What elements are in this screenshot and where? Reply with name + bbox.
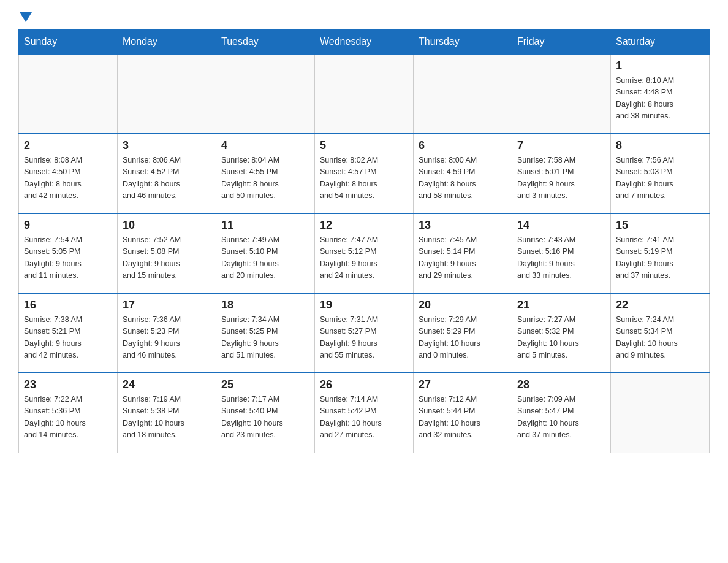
day-info: Sunrise: 7:19 AM Sunset: 5:38 PM Dayligh… xyxy=(123,394,211,442)
weekday-header-friday: Friday xyxy=(512,30,611,55)
calendar-cell xyxy=(216,54,315,134)
calendar-cell: 27Sunrise: 7:12 AM Sunset: 5:44 PM Dayli… xyxy=(414,373,512,453)
day-info: Sunrise: 7:56 AM Sunset: 5:03 PM Dayligh… xyxy=(616,155,704,202)
calendar-cell: 2Sunrise: 8:08 AM Sunset: 4:50 PM Daylig… xyxy=(19,134,118,213)
calendar-cell: 23Sunrise: 7:22 AM Sunset: 5:36 PM Dayli… xyxy=(19,373,118,453)
day-number: 10 xyxy=(123,219,211,232)
calendar-body: 1Sunrise: 8:10 AM Sunset: 4:48 PM Daylig… xyxy=(19,54,710,453)
day-info: Sunrise: 8:00 AM Sunset: 4:59 PM Dayligh… xyxy=(419,155,507,202)
calendar-table: SundayMondayTuesdayWednesdayThursdayFrid… xyxy=(18,29,710,453)
day-info: Sunrise: 7:45 AM Sunset: 5:14 PM Dayligh… xyxy=(419,234,507,282)
calendar-cell: 19Sunrise: 7:31 AM Sunset: 5:27 PM Dayli… xyxy=(315,293,414,373)
weekday-header-tuesday: Tuesday xyxy=(216,30,315,55)
calendar-cell xyxy=(315,54,414,134)
calendar-cell: 25Sunrise: 7:17 AM Sunset: 5:40 PM Dayli… xyxy=(216,373,315,453)
day-info: Sunrise: 7:24 AM Sunset: 5:34 PM Dayligh… xyxy=(616,314,704,362)
weekday-header-thursday: Thursday xyxy=(414,30,512,55)
day-info: Sunrise: 7:58 AM Sunset: 5:01 PM Dayligh… xyxy=(517,155,605,202)
day-info: Sunrise: 7:09 AM Sunset: 5:47 PM Dayligh… xyxy=(517,394,605,442)
calendar-cell: 28Sunrise: 7:09 AM Sunset: 5:47 PM Dayli… xyxy=(512,373,611,453)
day-number: 15 xyxy=(616,219,704,232)
calendar-cell: 14Sunrise: 7:43 AM Sunset: 5:16 PM Dayli… xyxy=(512,213,611,293)
day-number: 13 xyxy=(419,219,507,232)
calendar-cell: 9Sunrise: 7:54 AM Sunset: 5:05 PM Daylig… xyxy=(19,213,118,293)
calendar-cell: 22Sunrise: 7:24 AM Sunset: 5:34 PM Dayli… xyxy=(611,293,710,373)
day-number: 2 xyxy=(24,139,112,152)
calendar-week-5: 23Sunrise: 7:22 AM Sunset: 5:36 PM Dayli… xyxy=(19,373,710,453)
calendar-cell xyxy=(512,54,611,134)
logo xyxy=(18,12,33,23)
calendar-week-1: 1Sunrise: 8:10 AM Sunset: 4:48 PM Daylig… xyxy=(19,54,710,134)
day-info: Sunrise: 7:12 AM Sunset: 5:44 PM Dayligh… xyxy=(419,394,507,442)
day-info: Sunrise: 7:54 AM Sunset: 5:05 PM Dayligh… xyxy=(24,234,112,282)
day-number: 3 xyxy=(123,139,211,152)
calendar-cell: 10Sunrise: 7:52 AM Sunset: 5:08 PM Dayli… xyxy=(118,213,216,293)
calendar-cell: 7Sunrise: 7:58 AM Sunset: 5:01 PM Daylig… xyxy=(512,134,611,213)
calendar-cell: 17Sunrise: 7:36 AM Sunset: 5:23 PM Dayli… xyxy=(118,293,216,373)
weekday-header-saturday: Saturday xyxy=(611,30,710,55)
day-number: 6 xyxy=(419,139,507,152)
calendar-cell: 3Sunrise: 8:06 AM Sunset: 4:52 PM Daylig… xyxy=(118,134,216,213)
day-number: 8 xyxy=(616,139,704,152)
weekday-header-row: SundayMondayTuesdayWednesdayThursdayFrid… xyxy=(19,30,710,55)
day-info: Sunrise: 7:49 AM Sunset: 5:10 PM Dayligh… xyxy=(221,234,309,282)
day-info: Sunrise: 7:38 AM Sunset: 5:21 PM Dayligh… xyxy=(24,314,112,362)
calendar-cell: 12Sunrise: 7:47 AM Sunset: 5:12 PM Dayli… xyxy=(315,213,414,293)
calendar-cell: 5Sunrise: 8:02 AM Sunset: 4:57 PM Daylig… xyxy=(315,134,414,213)
day-number: 28 xyxy=(517,378,605,391)
day-number: 26 xyxy=(320,378,408,391)
calendar-cell: 4Sunrise: 8:04 AM Sunset: 4:55 PM Daylig… xyxy=(216,134,315,213)
day-number: 21 xyxy=(517,299,605,312)
calendar-cell: 21Sunrise: 7:27 AM Sunset: 5:32 PM Dayli… xyxy=(512,293,611,373)
calendar-cell: 13Sunrise: 7:45 AM Sunset: 5:14 PM Dayli… xyxy=(414,213,512,293)
day-number: 24 xyxy=(123,378,211,391)
day-number: 16 xyxy=(24,299,112,312)
calendar-week-2: 2Sunrise: 8:08 AM Sunset: 4:50 PM Daylig… xyxy=(19,134,710,213)
day-info: Sunrise: 7:43 AM Sunset: 5:16 PM Dayligh… xyxy=(517,234,605,282)
day-info: Sunrise: 8:06 AM Sunset: 4:52 PM Dayligh… xyxy=(123,155,211,202)
calendar-cell: 1Sunrise: 8:10 AM Sunset: 4:48 PM Daylig… xyxy=(611,54,710,134)
day-info: Sunrise: 7:34 AM Sunset: 5:25 PM Dayligh… xyxy=(221,314,309,362)
day-info: Sunrise: 7:14 AM Sunset: 5:42 PM Dayligh… xyxy=(320,394,408,442)
weekday-header-wednesday: Wednesday xyxy=(315,30,414,55)
calendar-week-3: 9Sunrise: 7:54 AM Sunset: 5:05 PM Daylig… xyxy=(19,213,710,293)
calendar-cell xyxy=(118,54,216,134)
day-info: Sunrise: 8:04 AM Sunset: 4:55 PM Dayligh… xyxy=(221,155,309,202)
day-info: Sunrise: 7:22 AM Sunset: 5:36 PM Dayligh… xyxy=(24,394,112,442)
calendar-cell xyxy=(611,373,710,453)
day-number: 20 xyxy=(419,299,507,312)
day-info: Sunrise: 7:31 AM Sunset: 5:27 PM Dayligh… xyxy=(320,314,408,362)
calendar-cell: 8Sunrise: 7:56 AM Sunset: 5:03 PM Daylig… xyxy=(611,134,710,213)
day-number: 18 xyxy=(221,299,309,312)
day-info: Sunrise: 8:10 AM Sunset: 4:48 PM Dayligh… xyxy=(616,75,704,123)
calendar-cell: 15Sunrise: 7:41 AM Sunset: 5:19 PM Dayli… xyxy=(611,213,710,293)
day-number: 1 xyxy=(616,59,704,72)
calendar-cell xyxy=(414,54,512,134)
day-info: Sunrise: 7:36 AM Sunset: 5:23 PM Dayligh… xyxy=(123,314,211,362)
day-number: 27 xyxy=(419,378,507,391)
day-number: 17 xyxy=(123,299,211,312)
day-info: Sunrise: 7:41 AM Sunset: 5:19 PM Dayligh… xyxy=(616,234,704,282)
day-info: Sunrise: 7:17 AM Sunset: 5:40 PM Dayligh… xyxy=(221,394,309,442)
day-info: Sunrise: 7:47 AM Sunset: 5:12 PM Dayligh… xyxy=(320,234,408,282)
day-number: 9 xyxy=(24,219,112,232)
day-number: 11 xyxy=(221,219,309,232)
calendar-cell: 18Sunrise: 7:34 AM Sunset: 5:25 PM Dayli… xyxy=(216,293,315,373)
day-number: 25 xyxy=(221,378,309,391)
day-info: Sunrise: 7:29 AM Sunset: 5:29 PM Dayligh… xyxy=(419,314,507,362)
calendar-week-4: 16Sunrise: 7:38 AM Sunset: 5:21 PM Dayli… xyxy=(19,293,710,373)
day-number: 7 xyxy=(517,139,605,152)
calendar-cell: 26Sunrise: 7:14 AM Sunset: 5:42 PM Dayli… xyxy=(315,373,414,453)
day-number: 23 xyxy=(24,378,112,391)
weekday-header-monday: Monday xyxy=(118,30,216,55)
calendar-cell: 6Sunrise: 8:00 AM Sunset: 4:59 PM Daylig… xyxy=(414,134,512,213)
calendar-cell: 20Sunrise: 7:29 AM Sunset: 5:29 PM Dayli… xyxy=(414,293,512,373)
logo-arrow-icon xyxy=(20,12,32,22)
day-info: Sunrise: 7:27 AM Sunset: 5:32 PM Dayligh… xyxy=(517,314,605,362)
calendar-cell: 24Sunrise: 7:19 AM Sunset: 5:38 PM Dayli… xyxy=(118,373,216,453)
day-number: 4 xyxy=(221,139,309,152)
day-number: 14 xyxy=(517,219,605,232)
calendar-header: SundayMondayTuesdayWednesdayThursdayFrid… xyxy=(19,30,710,55)
day-info: Sunrise: 8:08 AM Sunset: 4:50 PM Dayligh… xyxy=(24,155,112,202)
page-header xyxy=(18,12,710,23)
